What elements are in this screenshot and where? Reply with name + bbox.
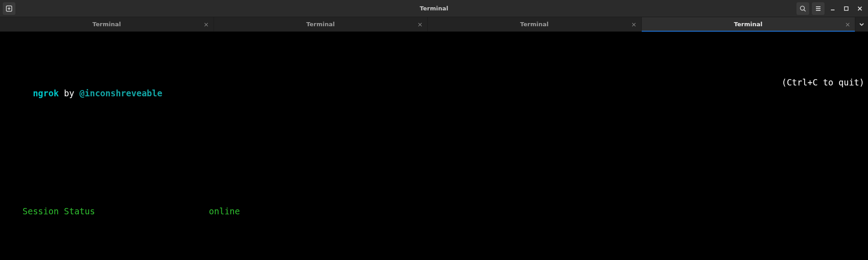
tab-label: Terminal <box>306 21 335 28</box>
tab-label: Terminal <box>520 21 548 28</box>
ngrok-banner-line: ngrok by @inconshreveable (Ctrl+C to qui… <box>2 77 864 109</box>
tab-close-icon[interactable]: × <box>417 21 423 28</box>
close-button[interactable] <box>854 3 865 14</box>
terminal-viewport[interactable]: ngrok by @inconshreveable (Ctrl+C to qui… <box>0 32 868 260</box>
blank-line <box>2 142 864 153</box>
terminal-tab-2[interactable]: Terminal × <box>214 17 428 31</box>
hamburger-menu-button[interactable] <box>812 2 825 15</box>
ngrok-quit-hint: (Ctrl+C to quit) <box>782 77 864 109</box>
terminal-tab-1[interactable]: Terminal × <box>0 17 214 31</box>
minimize-icon <box>830 6 835 11</box>
maximize-button[interactable] <box>841 3 852 14</box>
svg-point-3 <box>801 6 805 10</box>
ngrok-author: @inconshreveable <box>80 88 162 98</box>
tab-close-icon[interactable]: × <box>631 21 637 28</box>
hamburger-icon <box>815 5 822 12</box>
session-status-value: online <box>209 206 240 216</box>
window-titlebar: Terminal <box>0 0 868 17</box>
ngrok-app-name: ngrok <box>33 88 59 98</box>
ngrok-by: by <box>59 88 80 98</box>
tab-close-icon[interactable]: × <box>845 21 850 28</box>
session-status-label: Session Status <box>23 206 209 217</box>
session-status-row: Session Statusonline <box>2 195 864 227</box>
svg-line-4 <box>804 9 806 11</box>
tab-label: Terminal <box>734 21 763 28</box>
terminal-tab-4[interactable]: Terminal × <box>642 17 856 31</box>
svg-rect-9 <box>844 7 848 10</box>
window-title: Terminal <box>0 5 868 12</box>
chevron-down-icon <box>859 22 864 27</box>
tab-label: Terminal <box>92 21 121 28</box>
tab-overflow-button[interactable] <box>855 17 868 31</box>
maximize-icon <box>844 6 849 11</box>
minimize-button[interactable] <box>827 3 838 14</box>
search-button[interactable] <box>796 2 809 15</box>
close-icon <box>857 6 863 11</box>
tab-close-icon[interactable]: × <box>204 21 209 28</box>
search-icon <box>799 5 806 12</box>
new-tab-button[interactable] <box>3 2 15 15</box>
tab-strip: Terminal × Terminal × Terminal × Termina… <box>0 17 868 32</box>
account-row: AccountLorna Mitchell (Plan: Individual) <box>2 249 864 260</box>
terminal-tab-3[interactable]: Terminal × <box>428 17 642 31</box>
new-tab-icon <box>5 5 13 12</box>
